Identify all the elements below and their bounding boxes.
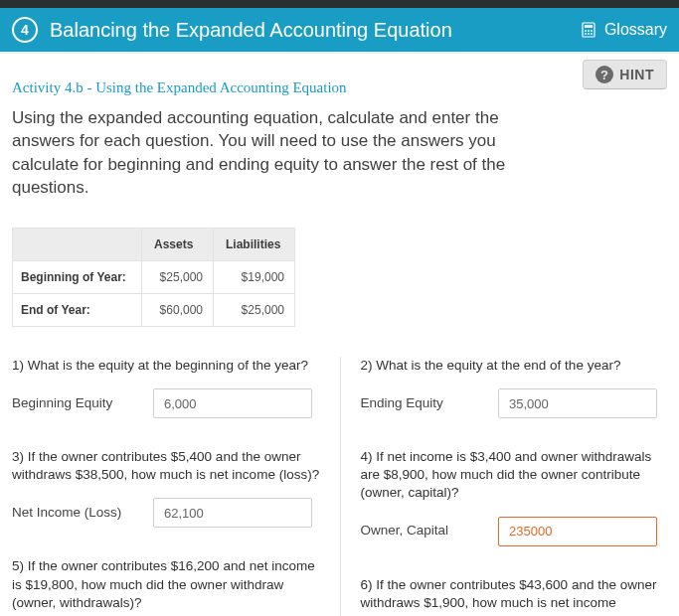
instructions-text: Using the expanded accounting equation, … <box>12 106 529 200</box>
field-label: Net Income (Loss) <box>12 505 141 522</box>
top-strip <box>0 0 679 8</box>
content-area: ? HINT Activity 4.b - Using the Expanded… <box>0 54 679 616</box>
svg-point-7 <box>591 33 593 35</box>
svg-point-4 <box>591 30 593 32</box>
cell-assets: $25,000 <box>142 260 214 293</box>
field-label: Beginning Equity <box>12 395 141 412</box>
owner-capital-input[interactable] <box>498 517 657 546</box>
svg-point-6 <box>588 33 590 35</box>
question-5: 5) If the owner contributes $16,200 and … <box>12 557 320 616</box>
questions-right-column: 2) What is the equity at the end of the … <box>340 357 668 616</box>
question-1: 1) What is the equity at the beginning o… <box>12 357 320 418</box>
table-row: Beginning of Year: $25,000 $19,000 <box>13 260 295 293</box>
data-table-wrap: Assets Liabilities Beginning of Year: $2… <box>12 228 667 327</box>
year-data-table: Assets Liabilities Beginning of Year: $2… <box>12 228 295 327</box>
svg-point-5 <box>585 33 587 35</box>
page-title: Balancing the Expanded Accounting Equati… <box>50 19 452 42</box>
svg-rect-1 <box>585 25 593 28</box>
table-row: End of Year: $60,000 $25,000 <box>13 293 295 326</box>
table-header-assets: Assets <box>142 228 214 260</box>
questions-grid: 1) What is the equity at the beginning o… <box>12 357 667 616</box>
question-text: 3) If the owner contributes $5,400 and t… <box>12 448 320 484</box>
question-text: 4) If net income is $3,400 and owner wit… <box>361 448 658 503</box>
ending-equity-input[interactable] <box>498 388 657 418</box>
field-label: Owner, Capital <box>361 523 487 539</box>
hint-label: HINT <box>619 67 654 82</box>
header-bar: 4 Balancing the Expanded Accounting Equa… <box>0 8 679 52</box>
row-label: Beginning of Year: <box>13 260 142 293</box>
question-6: 6) If the owner contributes $43,600 and … <box>361 576 658 616</box>
field-label: Ending Equity <box>361 395 487 412</box>
question-text: 5) If the owner contributes $16,200 and … <box>12 557 320 612</box>
question-text: 2) What is the equity at the end of the … <box>361 357 658 375</box>
svg-point-3 <box>588 30 590 32</box>
activity-title: Activity 4.b - Using the Expanded Accoun… <box>12 64 667 96</box>
row-label: End of Year: <box>13 293 142 326</box>
questions-left-column: 1) What is the equity at the beginning o… <box>12 357 340 616</box>
table-header-blank <box>13 228 142 260</box>
cell-liabilities: $25,000 <box>214 293 295 326</box>
glossary-label: Glossary <box>604 21 667 39</box>
header-left: 4 Balancing the Expanded Accounting Equa… <box>12 17 452 43</box>
calculator-icon <box>581 22 596 38</box>
net-income-loss-input[interactable] <box>153 498 312 528</box>
question-text: 1) What is the equity at the beginning o… <box>12 357 320 375</box>
question-mark-icon: ? <box>595 66 613 83</box>
beginning-equity-input[interactable] <box>153 388 312 418</box>
hint-button[interactable]: ? HINT <box>583 60 667 89</box>
table-header-liabilities: Liabilities <box>214 228 295 260</box>
cell-liabilities: $19,000 <box>214 260 295 293</box>
step-number-badge: 4 <box>12 17 38 43</box>
question-3: 3) If the owner contributes $5,400 and t… <box>12 448 320 528</box>
svg-point-2 <box>585 30 587 32</box>
glossary-button[interactable]: Glossary <box>581 21 667 39</box>
question-4: 4) If net income is $3,400 and owner wit… <box>361 448 658 546</box>
question-2: 2) What is the equity at the end of the … <box>361 357 658 418</box>
cell-assets: $60,000 <box>142 293 214 326</box>
question-text: 6) If the owner contributes $43,600 and … <box>361 576 658 616</box>
